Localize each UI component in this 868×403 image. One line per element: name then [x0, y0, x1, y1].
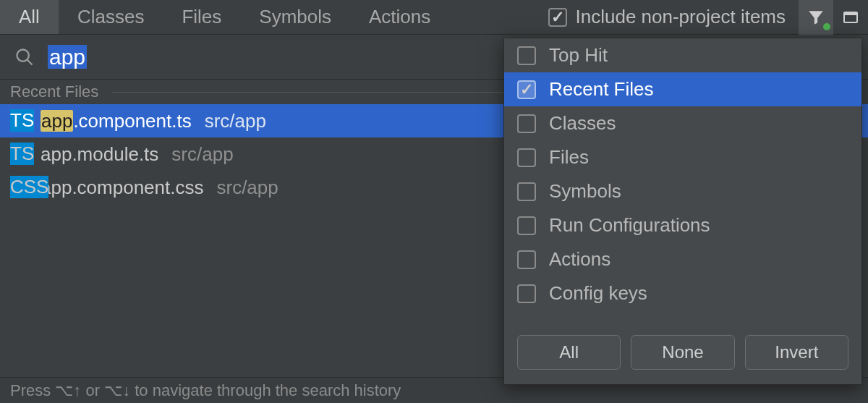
checkbox-icon — [548, 8, 567, 27]
css-file-icon: CSS — [10, 177, 32, 198]
result-filename: app.module.ts — [41, 143, 158, 166]
checkbox-icon — [517, 284, 536, 303]
checkbox-icon — [517, 182, 536, 201]
section-title: Recent Files — [10, 82, 98, 101]
tab-label: Actions — [369, 6, 430, 28]
file-badge: CSS — [10, 176, 48, 198]
match-highlight: app — [41, 110, 73, 132]
button-label: All — [559, 342, 579, 362]
open-in-window-button[interactable] — [833, 0, 868, 35]
filter-option-classes[interactable]: Classes — [504, 106, 861, 140]
search-scope-tabs: All Classes Files Symbols Actions Includ… — [0, 0, 868, 35]
checkbox-icon — [517, 80, 536, 99]
tab-files[interactable]: Files — [163, 0, 240, 34]
search-input-value: app — [48, 45, 87, 69]
filter-option-label: Recent Files — [549, 78, 654, 101]
filename-rest: .module.ts — [72, 143, 158, 165]
filter-option-label: Run Configurations — [549, 214, 710, 237]
result-filename: app.component.css — [41, 177, 203, 199]
typescript-file-icon: TS — [10, 110, 32, 132]
checkbox-icon — [517, 216, 536, 235]
tab-label: Symbols — [259, 6, 331, 28]
tab-symbols[interactable]: Symbols — [240, 0, 350, 34]
filter-option-label: Config keys — [549, 282, 647, 305]
match-text: app — [41, 143, 72, 165]
button-label: Invert — [775, 342, 818, 362]
tab-actions[interactable]: Actions — [350, 0, 449, 34]
typescript-file-icon: TS — [10, 143, 32, 165]
filter-option-label: Actions — [549, 248, 610, 271]
funnel-icon — [807, 8, 825, 27]
include-label: Include non-project items — [576, 6, 786, 28]
result-path: src/app — [205, 110, 266, 132]
filter-option-top-hit[interactable]: Top Hit — [504, 38, 861, 72]
tab-classes[interactable]: Classes — [59, 0, 163, 34]
filter-option-label: Files — [549, 146, 589, 169]
filter-button[interactable] — [799, 0, 833, 35]
checkbox-icon — [517, 250, 536, 269]
filter-all-button[interactable]: All — [517, 335, 621, 370]
filter-option-label: Symbols — [549, 180, 621, 203]
file-badge: TS — [10, 143, 34, 165]
checkbox-icon — [517, 114, 536, 133]
filter-none-button[interactable]: None — [631, 335, 734, 370]
filter-option-files[interactable]: Files — [504, 140, 861, 174]
tab-label: Files — [182, 6, 221, 28]
button-label: None — [662, 342, 703, 362]
filter-option-symbols[interactable]: Symbols — [504, 174, 861, 208]
result-path: src/app — [216, 177, 278, 199]
svg-point-2 — [17, 49, 29, 61]
window-icon — [842, 9, 859, 26]
file-badge: TS — [10, 109, 34, 132]
tab-label: Classes — [77, 6, 144, 28]
search-icon — [14, 47, 35, 67]
include-nonproject-toggle[interactable]: Include non-project items — [541, 0, 799, 34]
filter-option-label: Classes — [549, 112, 616, 135]
result-filename: app.component.ts — [41, 110, 192, 132]
svg-line-3 — [27, 59, 33, 64]
svg-rect-1 — [844, 12, 857, 15]
filter-dropdown: Top Hit Recent Files Classes Files Symbo… — [503, 38, 862, 385]
filename-rest: .component.css — [72, 177, 203, 198]
filter-active-indicator-icon — [823, 23, 830, 30]
filter-option-run-configurations[interactable]: Run Configurations — [504, 208, 861, 242]
filter-option-recent-files[interactable]: Recent Files — [504, 72, 861, 106]
filter-invert-button[interactable]: Invert — [745, 335, 848, 370]
hint-text: Press ⌥↑ or ⌥↓ to navigate through the s… — [10, 381, 401, 400]
filter-option-config-keys[interactable]: Config keys — [504, 276, 861, 310]
filter-option-actions[interactable]: Actions — [504, 242, 861, 276]
tab-label: All — [19, 6, 40, 28]
result-path: src/app — [171, 143, 233, 166]
tab-all[interactable]: All — [0, 0, 59, 34]
checkbox-icon — [517, 148, 536, 167]
checkbox-icon — [517, 46, 536, 65]
filter-option-label: Top Hit — [549, 44, 608, 67]
filter-button-row: All None Invert — [504, 325, 861, 384]
filename-rest: .component.ts — [73, 110, 191, 132]
